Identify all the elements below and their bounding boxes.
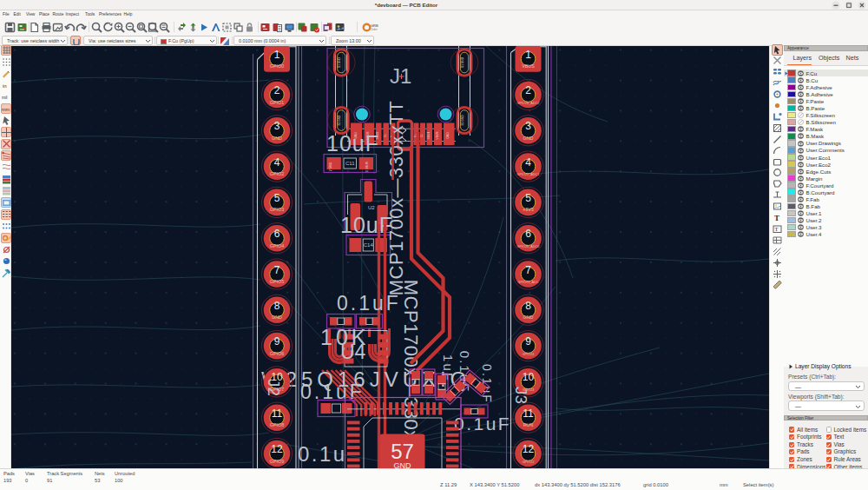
svg-text:3: 3 [274,120,280,132]
svg-text:3: 3 [525,120,531,132]
svg-text:GND: GND [446,132,450,139]
svg-text:GPIO1: GPIO1 [270,100,284,105]
svg-text:GND: GND [394,461,412,468]
svg-text:RUN: RUN [523,422,534,427]
svg-text:GPIO28_ADC2: GPIO28_ADC2 [517,102,540,105]
svg-text:9: 9 [525,335,531,348]
svg-text:GND: GND [523,136,534,141]
svg-text:2: 2 [274,84,280,96]
svg-text:0.1uF: 0.1uF [454,414,511,434]
svg-text:GRB: GRB [371,23,378,27]
svg-text:S1 GND: S1 GND [461,115,464,126]
svg-text:C14: C14 [364,242,374,248]
svg-text:12: 12 [523,443,535,455]
svg-text:mil: mil [2,95,7,100]
svg-text:C11: C11 [345,161,355,166]
svg-text:VBUS: VBUS [436,131,439,140]
svg-text:mm: mm [2,107,10,112]
svg-text:U4: U4 [340,341,366,363]
svg-text:GND: GND [272,315,282,320]
svg-text:GPIO26_ADC0: GPIO26_ADC0 [517,245,540,248]
svg-text:GPIO22: GPIO22 [523,460,535,464]
svg-text:5: 5 [525,192,531,204]
svg-text:S1 GND: S1 GND [338,56,341,68]
svg-text:7: 7 [525,264,531,276]
svg-text:S1 GND: S1 GND [338,115,341,126]
svg-text:GND: GND [272,136,282,141]
svg-text:1: 1 [274,49,280,61]
svg-text:57: 57 [391,440,414,463]
svg-text:10uF: 10uF [326,131,379,156]
svg-text:T: T [774,214,779,222]
svg-text:GPIO8: GPIO8 [270,422,284,427]
svg-text:2: 2 [525,84,531,96]
svg-text:GPIO5: GPIO5 [270,279,284,284]
svg-text:10: 10 [523,371,535,383]
svg-text:9: 9 [274,335,280,348]
svg-text:0.1uF: 0.1uF [337,292,401,315]
svg-text:VBUS: VBUS [522,63,535,69]
svg-text:GPIO2: GPIO2 [270,171,284,176]
svg-text:T: T [774,226,778,232]
svg-text:J2: J2 [265,379,283,396]
svg-text:GPIO9: GPIO9 [270,459,284,464]
svg-text:2 GND: 2 GND [329,162,332,171]
svg-text:U2: U2 [368,205,375,210]
svg-text:J3: J3 [512,387,530,404]
svg-text:GPIO25_ADC: GPIO25_ADC [518,281,539,284]
svg-text:MCP1700x—330xxTT: MCP1700x—330xxTT [385,101,407,295]
svg-text:Order: Order [371,28,378,31]
svg-text:1 VBUS: 1 VBUS [365,161,369,172]
svg-text:D-: D- [420,134,424,137]
svg-text:+3V3: +3V3 [523,207,534,212]
svg-text:1: 1 [525,49,531,61]
svg-text:in: in [3,83,7,89]
svg-text:GPIO4: GPIO4 [270,243,284,248]
svg-text:GPIO24: GPIO24 [523,353,535,356]
svg-text:11: 11 [272,407,283,420]
svg-text:8: 8 [274,300,280,312]
svg-text:GPIO0: GPIO0 [270,63,284,69]
svg-text:5: 5 [274,192,280,204]
svg-text:4: 4 [525,156,531,169]
svg-text:12: 12 [271,443,283,455]
svg-text:S1 GND: S1 GND [461,56,464,68]
svg-text:GND: GND [523,315,534,320]
svg-text:GPIO3: GPIO3 [270,207,284,212]
svg-text:4: 4 [274,156,280,169]
svg-text:0.1u: 0.1u [298,442,347,466]
svg-text:7: 7 [274,264,280,276]
svg-text:8: 8 [525,300,531,312]
svg-text:6: 6 [525,228,531,240]
svg-text:GPIO6: GPIO6 [270,351,284,356]
svg-text:GPIO27_ADC1: GPIO27_ADC1 [517,173,540,176]
svg-text:6: 6 [274,228,280,240]
svg-text:11: 11 [523,407,534,420]
svg-text:SBU1: SBU1 [427,131,431,139]
